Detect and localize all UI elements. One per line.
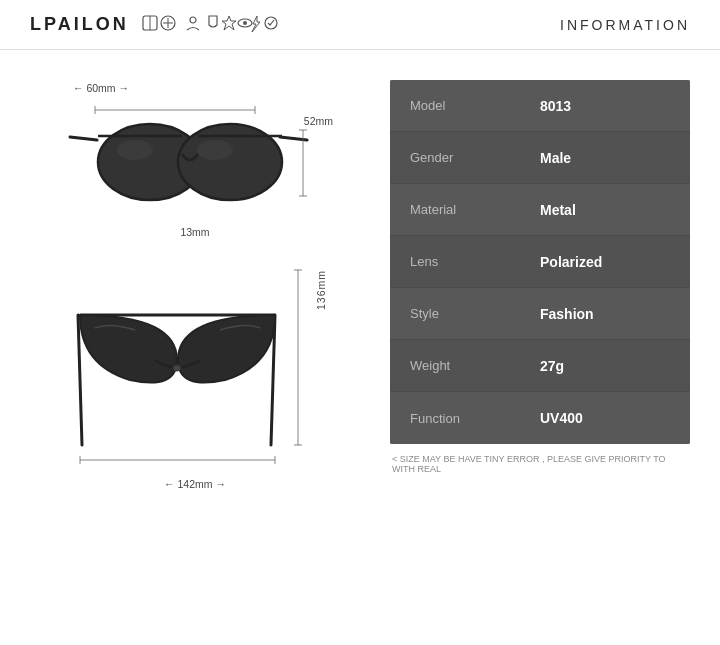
svg-point-17 bbox=[117, 140, 153, 160]
header-icons bbox=[141, 13, 281, 37]
spec-label: Lens bbox=[410, 254, 540, 269]
side-glasses-svg bbox=[60, 260, 320, 470]
spec-row: LensPolarized bbox=[390, 236, 690, 288]
spec-row: Weight27g bbox=[390, 340, 690, 392]
spec-row: FunctionUV400 bbox=[390, 392, 690, 444]
spec-row: Model8013 bbox=[390, 80, 690, 132]
spec-row: GenderMale bbox=[390, 132, 690, 184]
spec-label: Style bbox=[410, 306, 540, 321]
info-section: Model8013GenderMaleMaterialMetalLensPola… bbox=[390, 80, 690, 625]
svg-marker-9 bbox=[252, 16, 260, 32]
spec-label: Weight bbox=[410, 358, 540, 373]
svg-point-8 bbox=[243, 21, 247, 25]
svg-point-19 bbox=[197, 140, 233, 160]
spec-value: Fashion bbox=[540, 306, 670, 322]
dim-60mm: ← 60mm → bbox=[73, 82, 129, 94]
spec-row: StyleFashion bbox=[390, 288, 690, 340]
spec-label: Material bbox=[410, 202, 540, 217]
spec-value: 27g bbox=[540, 358, 670, 374]
side-glasses: 136mm ← 142mm → bbox=[55, 260, 335, 490]
feature-icons-svg bbox=[141, 13, 281, 35]
spec-value: UV400 bbox=[540, 410, 670, 426]
section-title: INFORMATION bbox=[560, 17, 690, 33]
main-content: ← 60mm → 52mm 13mm bbox=[0, 50, 720, 645]
svg-marker-6 bbox=[222, 16, 236, 30]
svg-point-5 bbox=[190, 17, 196, 23]
top-glasses-svg bbox=[55, 102, 335, 232]
svg-line-14 bbox=[70, 137, 97, 140]
header: LPAILON bbox=[0, 0, 720, 50]
spec-value: Metal bbox=[540, 202, 670, 218]
spec-label: Function bbox=[410, 411, 540, 426]
spec-value: 8013 bbox=[540, 98, 670, 114]
diagram-section: ← 60mm → 52mm 13mm bbox=[30, 80, 360, 625]
svg-point-32 bbox=[173, 365, 181, 371]
spec-value: Male bbox=[540, 150, 670, 166]
spec-value: Polarized bbox=[540, 254, 670, 270]
specs-table: Model8013GenderMaleMaterialMetalLensPola… bbox=[390, 80, 690, 444]
header-left: LPAILON bbox=[30, 13, 281, 37]
spec-label: Model bbox=[410, 98, 540, 113]
footnote: < SIZE MAY BE HAVE TINY ERROR , PLEASE G… bbox=[390, 454, 690, 474]
brand-name: LPAILON bbox=[30, 14, 129, 35]
spec-label: Gender bbox=[410, 150, 540, 165]
dim-142mm: ← 142mm → bbox=[164, 478, 226, 490]
spec-row: MaterialMetal bbox=[390, 184, 690, 236]
top-glasses: ← 60mm → 52mm 13mm bbox=[55, 80, 335, 240]
